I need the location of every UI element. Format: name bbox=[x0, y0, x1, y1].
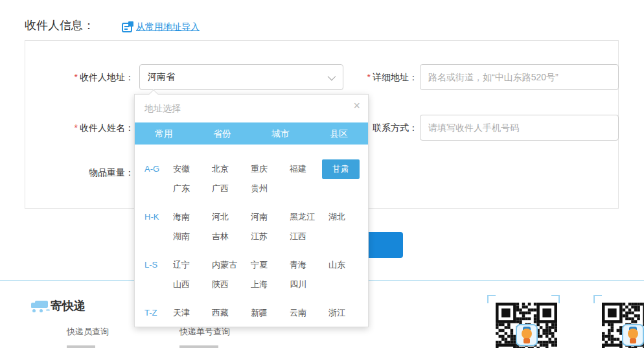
detail-address-input[interactable] bbox=[420, 64, 619, 90]
picker-tab-4[interactable]: 县区 bbox=[310, 122, 368, 145]
import-common-address-link[interactable]: 从常用地址导入 bbox=[122, 21, 200, 33]
page: 收件人信息： 从常用地址导入 *收件人地址： 河南省 *详细地址： *收件人姓名… bbox=[0, 0, 644, 348]
province-item[interactable]: 西藏 bbox=[211, 303, 249, 323]
province-item[interactable]: 黑龙江 bbox=[288, 207, 327, 227]
qr-code-block bbox=[487, 295, 560, 348]
province-item[interactable]: 上海 bbox=[249, 275, 288, 294]
province-item[interactable]: 广西 bbox=[211, 179, 249, 198]
province-item[interactable]: 湖南 bbox=[172, 227, 211, 246]
province-item[interactable]: 浙江 bbox=[327, 303, 366, 323]
address-picker-popup: 地址选择 × 常用省份城市县区 A-G安徽北京重庆福建甘肃广东广西贵州H-K海南… bbox=[134, 94, 369, 327]
province-item[interactable]: 山西 bbox=[172, 275, 211, 294]
province-item[interactable]: 河北 bbox=[211, 207, 249, 227]
province-item[interactable]: 四川 bbox=[288, 275, 327, 294]
province-group: H-K海南河北河南黑龙江湖北湖南吉林江苏江西 bbox=[135, 207, 368, 246]
province-item[interactable]: 云南 bbox=[288, 303, 327, 323]
footer-link[interactable]: 快递员查询 bbox=[67, 326, 109, 338]
recipient-name-label: *收件人姓名： bbox=[26, 122, 134, 134]
province-group: A-G安徽北京重庆福建甘肃广东广西贵州 bbox=[135, 159, 368, 198]
mascot-logo-icon bbox=[516, 324, 538, 346]
footer-heading: 寄快递 bbox=[51, 298, 86, 314]
province-item[interactable]: 青海 bbox=[288, 255, 327, 275]
province-group: L-S辽宁内蒙古宁夏青海山东山西陕西上海四川 bbox=[135, 255, 368, 294]
province-item[interactable]: 湖北 bbox=[327, 207, 366, 227]
province-item[interactable]: 福建 bbox=[288, 159, 327, 179]
group-letter-label: A-G bbox=[144, 159, 172, 198]
item-weight-label: 物品重量： bbox=[26, 167, 134, 179]
picker-groups: A-G安徽北京重庆福建甘肃广东广西贵州H-K海南河北河南黑龙江湖北湖南吉林江苏江… bbox=[135, 150, 368, 327]
province-item[interactable]: 天津 bbox=[172, 303, 211, 323]
mascot-logo-icon bbox=[622, 324, 644, 346]
picker-tabbar: 常用省份城市县区 bbox=[135, 122, 368, 145]
province-item[interactable]: 甘肃 bbox=[327, 159, 366, 179]
province-item[interactable]: 江西 bbox=[288, 227, 327, 246]
detail-address-label: *详细地址： bbox=[310, 72, 418, 84]
import-link-label: 从常用地址导入 bbox=[136, 21, 200, 33]
import-address-icon bbox=[122, 23, 132, 32]
group-letter-label: T-Z bbox=[144, 303, 172, 323]
qr-code-block bbox=[593, 295, 644, 348]
province-item[interactable]: 贵州 bbox=[249, 179, 288, 198]
province-item[interactable]: 海南 bbox=[172, 207, 211, 227]
qr-corner-bracket bbox=[593, 295, 602, 303]
picker-tab-2[interactable]: 省份 bbox=[193, 122, 251, 145]
close-icon[interactable]: × bbox=[353, 100, 360, 111]
province-item[interactable]: 安徽 bbox=[172, 159, 211, 179]
footer-link-clipped[interactable] bbox=[67, 345, 95, 348]
province-item[interactable]: 内蒙古 bbox=[211, 255, 249, 275]
province-item[interactable]: 江苏 bbox=[249, 227, 288, 246]
group-letter-label: H-K bbox=[144, 207, 172, 246]
province-item[interactable]: 北京 bbox=[211, 159, 249, 179]
picker-tab-3[interactable]: 城市 bbox=[251, 122, 310, 145]
group-letter-label: L-S bbox=[144, 255, 172, 294]
page-title: 收件人信息： bbox=[25, 17, 95, 33]
address-picker-title: 地址选择 bbox=[144, 103, 181, 115]
recipient-address-value: 河南省 bbox=[148, 71, 175, 83]
contact-phone-input[interactable] bbox=[420, 115, 619, 141]
province-item[interactable]: 广东 bbox=[172, 179, 211, 198]
truck-icon bbox=[29, 301, 48, 312]
footer-link-clipped[interactable] bbox=[179, 345, 218, 348]
province-item[interactable]: 宁夏 bbox=[249, 255, 288, 275]
province-item[interactable]: 吉林 bbox=[211, 227, 249, 246]
picker-tab-1[interactable]: 常用 bbox=[135, 122, 193, 145]
province-item[interactable]: 山东 bbox=[327, 255, 366, 275]
province-item[interactable]: 河南 bbox=[249, 207, 288, 227]
province-item[interactable]: 辽宁 bbox=[172, 255, 211, 275]
qr-corner-bracket bbox=[487, 295, 496, 303]
province-item[interactable]: 新疆 bbox=[249, 303, 288, 323]
province-item[interactable]: 陕西 bbox=[211, 275, 249, 294]
province-item[interactable]: 重庆 bbox=[249, 159, 288, 179]
recipient-address-label: *收件人地址： bbox=[26, 72, 134, 84]
footer-link[interactable]: 快递单号查询 bbox=[179, 326, 230, 338]
province-group: T-Z天津西藏新疆云南浙江 bbox=[135, 303, 368, 323]
